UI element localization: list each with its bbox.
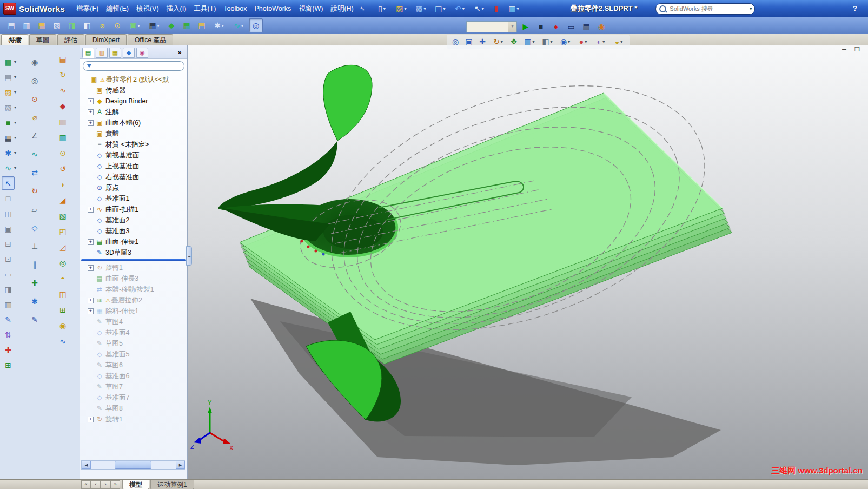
restore-document-button[interactable]: ❐: [853, 45, 862, 53]
menu-insert[interactable]: 插入(I): [163, 2, 190, 16]
tree-item[interactable]: ◇ ⚠ 基准面3: [80, 226, 187, 236]
rotate-tool[interactable]: ↻: [28, 184, 41, 197]
view-orientation-icon[interactable]: ▦: [521, 35, 538, 48]
swept-boss-icon[interactable]: ∿: [56, 83, 69, 97]
angle-tool[interactable]: ∠: [28, 129, 41, 142]
make-drawing-icon[interactable]: ▤: [4, 18, 18, 32]
pack-and-go-icon[interactable]: ▧: [50, 18, 64, 32]
expand-toggle[interactable]: [88, 207, 94, 213]
viewport-vertical-icon[interactable]: ⊡: [2, 252, 15, 266]
mirror-feature-icon[interactable]: ◫: [56, 287, 69, 301]
mass-properties-icon[interactable]: ⊙: [110, 18, 124, 32]
menu-tools[interactable]: 工具(T): [190, 2, 220, 16]
tree-item[interactable]: ◇ ⚠ 前视基准面: [80, 150, 187, 161]
panel-overflow-button[interactable]: »: [174, 48, 185, 57]
tree-item[interactable]: ▤ ⚠ 曲面-伸長1: [80, 236, 187, 247]
record-button[interactable]: ●: [549, 19, 563, 34]
stop-button[interactable]: ■: [534, 19, 548, 34]
annotation-pencil-tool[interactable]: ✎: [2, 313, 15, 326]
tab-scroll-last[interactable]: »: [110, 480, 120, 489]
spline-flyout[interactable]: ∿: [229, 18, 248, 32]
viewport-preview-icon[interactable]: ◨: [2, 282, 15, 296]
menu-file[interactable]: 檔案(F): [72, 2, 102, 16]
tree-item[interactable]: ◆ ⚠ Design Binder: [80, 96, 187, 107]
tree-item[interactable]: ⇄ ⚠ 本體-移動/複製1: [80, 284, 187, 295]
fillet-icon[interactable]: ◗: [56, 177, 69, 191]
viewport-two-icon[interactable]: ◫: [2, 207, 15, 220]
wrap-icon[interactable]: ◎: [56, 256, 69, 269]
expand-toggle[interactable]: [88, 120, 94, 126]
expand-toggle[interactable]: [88, 109, 94, 115]
draft-icon[interactable]: ◿: [56, 240, 69, 254]
rebuild-icon[interactable]: ▮: [489, 2, 503, 16]
tree-item[interactable]: ✎ ⚠ 草图6: [80, 360, 187, 371]
circular-pattern-icon[interactable]: ◉: [56, 319, 69, 332]
tab-dimxpert[interactable]: DimXpert: [85, 34, 127, 45]
tab-scroll-first[interactable]: «: [81, 480, 91, 489]
expand-toggle[interactable]: [88, 98, 94, 104]
tree-item[interactable]: ▣ ⚠ 传感器: [80, 85, 187, 96]
design-library-flyout[interactable]: ▦: [2, 55, 17, 69]
display-style-icon[interactable]: ◧: [539, 35, 556, 48]
graphics-viewport[interactable]: Y X Z ─ ❐ 三维网 www.3dportal.cn: [188, 45, 868, 479]
tree-item[interactable]: ∿ ⚠ 曲面-扫描1: [80, 204, 187, 215]
options-icon[interactable]: ▥: [505, 2, 523, 16]
displaymanager-tab[interactable]: ◉: [136, 48, 148, 58]
tab-evaluate[interactable]: 評估: [57, 34, 84, 45]
expand-toggle[interactable]: [88, 239, 94, 245]
new-document-icon[interactable]: ▯: [373, 2, 391, 16]
tab-features[interactable]: 特徵: [1, 34, 28, 45]
viewport-canvas[interactable]: Y X Z: [188, 45, 868, 479]
panel-horizontal-scrollbar[interactable]: ◀ ▶: [81, 460, 185, 470]
spline-tool[interactable]: ∿: [28, 147, 41, 161]
viewport-four-icon[interactable]: ▣: [2, 222, 15, 235]
expand-toggle[interactable]: [88, 298, 94, 303]
publish-edrawing-icon[interactable]: ▦: [35, 18, 49, 32]
tab-scroll-next[interactable]: ›: [101, 480, 110, 489]
materials-flyout[interactable]: ▣: [125, 18, 144, 32]
make-assembly-icon[interactable]: ▥: [19, 18, 34, 32]
linear-pattern-icon[interactable]: ⊞: [56, 303, 69, 316]
grab-tool[interactable]: ◎: [28, 74, 41, 87]
tab-office-products[interactable]: Office 產品: [128, 34, 173, 45]
add-point-tool[interactable]: ✚: [28, 276, 41, 289]
plane-tool[interactable]: ◇: [28, 221, 41, 234]
rotate-view-icon[interactable]: ↻: [489, 35, 507, 48]
tree-item[interactable]: ◇ ⚠ 基准面1: [80, 193, 187, 204]
perpendicular-tool[interactable]: ⊥: [28, 239, 41, 253]
scroll-right-button[interactable]: ▶: [176, 461, 185, 469]
shell-icon[interactable]: ◰: [56, 224, 69, 238]
star-tool[interactable]: ✱: [28, 294, 41, 308]
viewport-single-icon[interactable]: □: [2, 191, 15, 205]
featuremanager-tree-tab[interactable]: ▤: [82, 48, 94, 58]
grid-flyout[interactable]: ▦: [145, 18, 163, 32]
render-chart-icon[interactable]: ▦: [579, 19, 593, 34]
tab-sketch[interactable]: 草圖: [29, 34, 56, 45]
extrude-boss-icon[interactable]: ▤: [56, 52, 69, 65]
menu-window[interactable]: 視窗(W): [295, 2, 327, 16]
spline-flyout[interactable]: ∿: [2, 161, 17, 175]
tree-item[interactable]: ✎ ⚠ 草图5: [80, 338, 187, 349]
dimxpertmanager-tab[interactable]: ◆: [123, 48, 135, 58]
tree-root-item[interactable]: ▣ ⚠ 疊拉零件2 (默认<<默: [80, 74, 187, 85]
viewport-page-icon[interactable]: ▥: [2, 298, 15, 311]
publish-icon[interactable]: ▤: [195, 18, 209, 32]
combobox-arrow-icon[interactable]: ▾: [508, 22, 516, 32]
print-icon[interactable]: ▤: [431, 2, 449, 16]
menu-help[interactable]: 說明(H): [327, 2, 357, 16]
tree-item[interactable]: ▤ ⚠ 曲面-伸長3: [80, 273, 187, 284]
rollback-bar[interactable]: [81, 259, 186, 261]
polygon-tool[interactable]: ▱: [28, 202, 41, 216]
circle-sketch-tool[interactable]: ◉: [28, 55, 41, 69]
propertymanager-tab[interactable]: ▥: [96, 48, 108, 58]
search-box[interactable]: ▾: [655, 3, 755, 15]
revolve-boss-icon[interactable]: ↻: [56, 68, 69, 81]
hole-wizard-icon[interactable]: ⊙: [56, 146, 69, 160]
model-tab[interactable]: 模型: [122, 480, 149, 489]
curvature-icon[interactable]: ◨: [65, 18, 79, 32]
add-relation-tool[interactable]: ✚: [2, 343, 15, 356]
expand-toggle[interactable]: [88, 308, 94, 314]
viewport-horizontal-icon[interactable]: ⊟: [2, 237, 15, 250]
scroll-left-button[interactable]: ◀: [82, 461, 91, 469]
menu-view[interactable]: 檢視(V): [132, 2, 163, 16]
